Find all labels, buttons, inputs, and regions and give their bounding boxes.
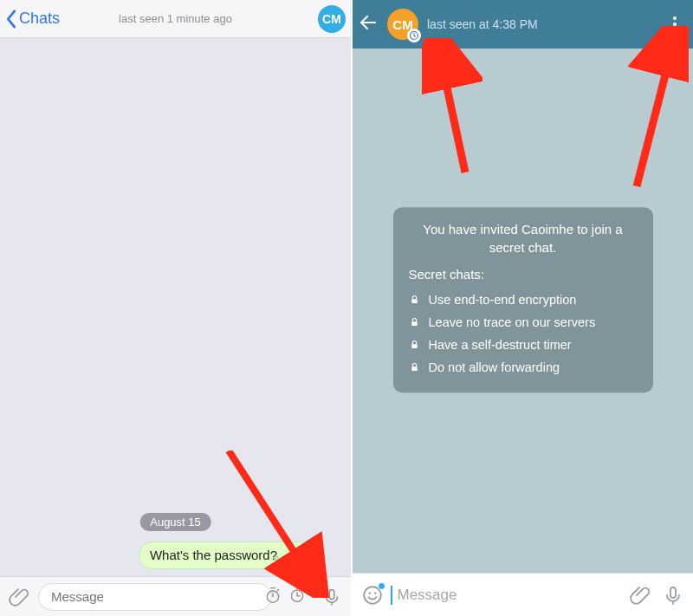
header-title-area[interactable]: last seen at 4:38 PM (427, 17, 653, 31)
svg-point-12 (368, 592, 371, 594)
message-meta: 9 PM (275, 555, 308, 565)
secret-feature-item: Do not allow forwarding (409, 356, 638, 379)
svg-rect-9 (411, 345, 418, 349)
secret-feature-list: Use end-to-end encryption Leave no trace… (409, 289, 638, 379)
lock-icon (409, 362, 420, 373)
chat-area[interactable]: You have invited Caoimhe to join a secre… (353, 49, 693, 573)
message-time: 9 PM (275, 555, 295, 565)
secret-lead: You have invited Caoimhe to join a secre… (409, 222, 638, 257)
paperclip-icon (9, 587, 29, 607)
more-vert-icon (673, 16, 677, 32)
input-area[interactable] (391, 586, 622, 605)
lock-icon (409, 295, 420, 306)
ios-inputbar (0, 576, 351, 616)
secret-heading: Secret chats: (409, 267, 638, 282)
svg-point-13 (374, 592, 377, 594)
android-inputbar (353, 573, 693, 616)
message-input[interactable] (38, 583, 272, 611)
svg-rect-14 (670, 587, 676, 598)
text-cursor (391, 586, 392, 605)
secret-feature-item: Leave no trace on our servers (409, 311, 638, 334)
double-check-icon (296, 556, 308, 565)
chat-status: last seen at 4:38 PM (427, 17, 653, 31)
message-input[interactable] (394, 587, 623, 604)
secret-feature-item: Have a self-destruct timer (409, 334, 638, 356)
outgoing-message[interactable]: What's the password? 9 PM (139, 541, 316, 569)
self-destruct-badge (407, 29, 421, 42)
secret-feature-item: Use end-to-end encryption (409, 289, 638, 311)
feature-text: Use end-to-end encryption (429, 293, 577, 307)
mic-button[interactable] (318, 583, 346, 611)
message-text: What's the password? (150, 548, 277, 562)
svg-rect-10 (411, 367, 418, 372)
lock-icon (409, 317, 420, 328)
avatar-wrap[interactable]: CM (387, 9, 418, 40)
chat-area[interactable]: August 15 What's the password? 9 PM (0, 38, 351, 576)
feature-text: Leave no trace on our servers (429, 315, 596, 329)
timer-icon (288, 587, 306, 604)
svg-point-4 (673, 16, 677, 20)
avatar[interactable]: CM (318, 5, 346, 33)
android-chat-panel: CM last seen at 4:38 PM You have invited… (353, 0, 693, 616)
android-header: CM last seen at 4:38 PM (353, 0, 693, 49)
ios-header: Chats last seen 1 minute ago CM (0, 0, 351, 38)
svg-point-6 (673, 29, 677, 32)
back-label: Chats (19, 10, 60, 28)
notification-dot (378, 582, 385, 590)
feature-text: Do not allow forwarding (429, 360, 560, 374)
svg-point-5 (673, 23, 677, 26)
svg-rect-2 (329, 589, 334, 599)
arrow-left-icon (358, 12, 379, 33)
paperclip-icon (630, 585, 651, 606)
lock-icon (409, 340, 420, 351)
overflow-menu-button[interactable] (662, 16, 688, 32)
back-button[interactable] (358, 12, 379, 36)
mic-icon (322, 587, 341, 606)
mic-icon (663, 585, 683, 606)
attach-button[interactable] (5, 583, 33, 611)
feature-text: Have a self-destruct timer (429, 338, 572, 352)
stopwatch-button[interactable] (264, 587, 282, 607)
svg-rect-8 (411, 322, 418, 327)
stopwatch-icon (264, 587, 282, 604)
chevron-left-icon (5, 10, 17, 29)
clock-icon (409, 30, 419, 41)
timer-button[interactable] (288, 587, 306, 607)
emoji-button[interactable] (358, 580, 387, 610)
date-separator: August 15 (139, 513, 211, 531)
input-wrap (38, 583, 313, 611)
ios-chat-panel: Chats last seen 1 minute ago CM August 1… (0, 0, 353, 616)
secret-chat-info: You have invited Caoimhe to join a secre… (393, 208, 653, 393)
attach-button[interactable] (625, 580, 655, 610)
back-button[interactable]: Chats (5, 10, 60, 29)
mic-button[interactable] (658, 580, 688, 610)
svg-rect-7 (411, 300, 418, 304)
